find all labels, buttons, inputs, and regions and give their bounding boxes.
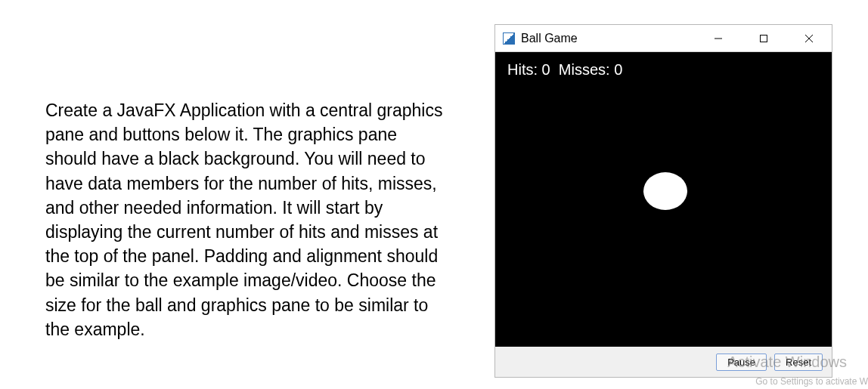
reset-button[interactable]: Reset [774,353,823,371]
minimize-button[interactable] [696,25,741,51]
misses-value: 0 [614,61,622,78]
minimize-icon [714,34,723,43]
pause-button[interactable]: Pause [716,353,767,371]
score-display: Hits: 0 Misses: 0 [507,61,622,79]
maximize-button[interactable] [741,25,786,51]
windows-watermark-line2: Go to Settings to activate W [755,376,868,387]
ball[interactable] [643,172,687,210]
misses-label: Misses: [559,61,610,78]
hits-value: 0 [542,61,550,78]
hits-label: Hits: [507,61,538,78]
graphics-pane[interactable]: Hits: 0 Misses: 0 [495,52,832,347]
instructions-text: Create a JavaFX Application with a centr… [45,98,450,341]
close-icon [804,34,814,43]
app-icon [503,32,515,45]
window-title: Ball Game [521,32,578,45]
button-bar: Pause Reset [495,347,832,377]
maximize-icon [759,34,768,43]
close-button[interactable] [786,25,832,51]
app-window: Ball Game Hits: 0 Misses: 0 Pause Reset [494,24,832,378]
titlebar: Ball Game [495,25,832,52]
svg-rect-1 [761,35,767,42]
